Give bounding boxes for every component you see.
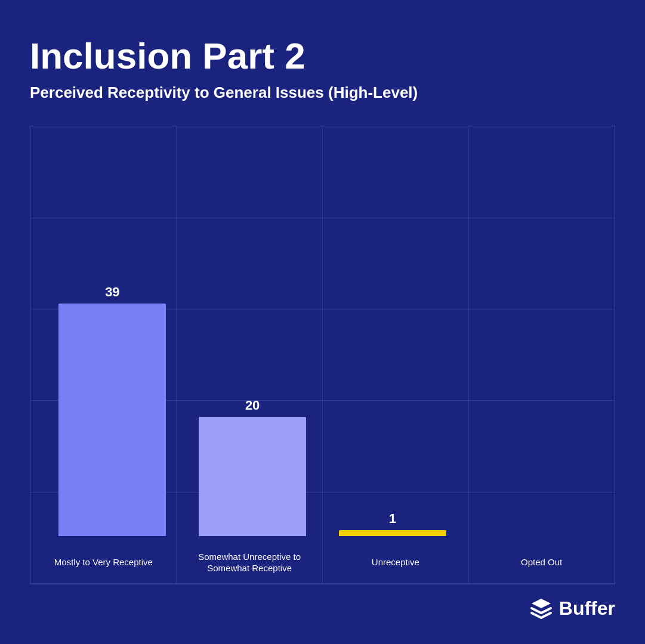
x-label-group-2: Somewhat Unreceptive toSomewhat Receptiv… <box>177 536 323 584</box>
bar-2 <box>199 417 306 536</box>
footer: Buffer <box>30 584 615 620</box>
x-label-2: Somewhat Unreceptive toSomewhat Receptiv… <box>198 551 301 574</box>
buffer-logo-text: Buffer <box>559 597 615 620</box>
bar-group-unreceptive: 1 <box>323 511 463 536</box>
x-axis-labels: Mostly to Very Receptive Somewhat Unrece… <box>30 536 615 584</box>
x-label-3: Unreceptive <box>372 556 419 568</box>
bars-area: 39 20 1 <box>42 144 603 536</box>
chart-container: 39 20 1 Mostly to Very Receptive Somewha… <box>30 126 615 584</box>
buffer-logo: Buffer <box>529 596 615 620</box>
bar-value-3: 1 <box>389 511 396 527</box>
bar-1 <box>58 304 166 536</box>
x-label-4: Opted Out <box>521 556 562 568</box>
bar-group-mostly-receptive: 39 <box>42 284 183 536</box>
x-label-group-4: Opted Out <box>468 536 615 584</box>
x-label-group-1: Mostly to Very Receptive <box>30 536 177 584</box>
buffer-logo-icon <box>529 596 553 620</box>
bar-value-2: 20 <box>245 398 260 413</box>
bar-group-somewhat-unreceptive: 20 <box>183 398 323 536</box>
x-label-group-3: Unreceptive <box>323 536 469 584</box>
x-label-1: Mostly to Very Receptive <box>54 556 153 568</box>
bar-value-1: 39 <box>105 284 119 300</box>
header: Inclusion Part 2 Perceived Receptivity t… <box>30 36 615 120</box>
main-title: Inclusion Part 2 <box>30 36 615 76</box>
bar-3 <box>339 530 446 536</box>
subtitle: Perceived Receptivity to General Issues … <box>30 83 615 102</box>
